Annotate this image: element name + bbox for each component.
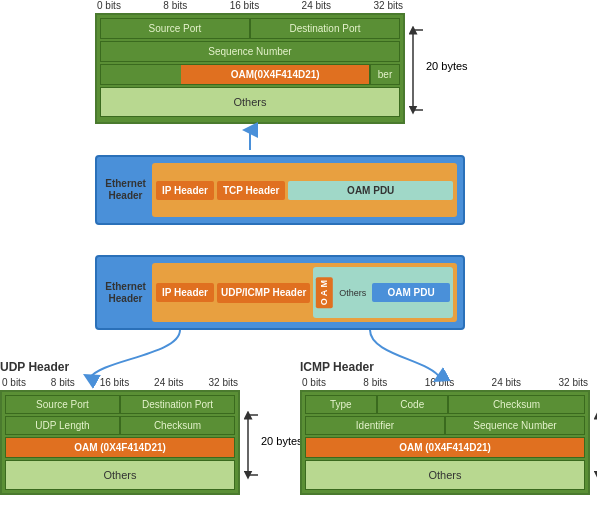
tcp-row-2: Sequence Number bbox=[100, 41, 400, 62]
bit-16: 16 bits bbox=[230, 0, 259, 11]
udp-bit-labels: 0 bits 8 bits 16 bits 24 bits 32 bits bbox=[0, 377, 240, 388]
tcp-bit-labels: 0 bits 8 bits 16 bits 24 bits 32 bits bbox=[95, 0, 405, 11]
icmp-header-section: ICMP Header 0 bits 8 bits 16 bits 24 bit… bbox=[300, 360, 590, 495]
lower-inner2: O A M Others OAM PDU bbox=[313, 267, 453, 318]
lower-oam-pdu: OAM PDU bbox=[372, 283, 450, 302]
tcp-oam-overlay: OAM(0X4F414D21) bbox=[181, 65, 369, 84]
udp-bit-0: 0 bits bbox=[2, 377, 26, 388]
icmp-header-title: ICMP Header bbox=[300, 360, 590, 374]
main-container: 0 bits 8 bits 16 bits 24 bits 32 bits So… bbox=[0, 0, 597, 524]
icmp-oam: OAM (0X4F414D21) bbox=[305, 437, 585, 458]
udp-bit-24: 24 bits bbox=[154, 377, 183, 388]
upper-eth-header: Ethernet Header bbox=[103, 178, 148, 202]
lower-eth-header: Ethernet Header bbox=[103, 281, 148, 305]
icmp-others: Others bbox=[305, 460, 585, 490]
udp-source-port: Source Port bbox=[5, 395, 120, 414]
icmp-row-1: Type Code Checksum bbox=[305, 395, 585, 414]
bit-32: 32 bits bbox=[374, 0, 403, 11]
udp-checksum: Checksum bbox=[120, 416, 235, 435]
icmp-box: Type Code Checksum Identifier Sequence N… bbox=[300, 390, 590, 495]
tcp-box: Source Port Destination Port Sequence Nu… bbox=[95, 13, 405, 124]
icmp-type: Type bbox=[305, 395, 377, 414]
udp-header-title: UDP Header bbox=[0, 360, 240, 374]
tcp-source-port: Source Port bbox=[100, 18, 250, 39]
icmp-bytes-indicator: 20 bytes bbox=[593, 410, 597, 482]
bit-8: 8 bits bbox=[163, 0, 187, 11]
bit-0: 0 bits bbox=[97, 0, 121, 11]
udp-row-1: Source Port Destination Port bbox=[5, 395, 235, 414]
udp-oam: OAM (0X4F414D21) bbox=[5, 437, 235, 458]
upper-ip-header: IP Header bbox=[156, 181, 214, 200]
udp-dest-port: Destination Port bbox=[120, 395, 235, 414]
tcp-bytes-indicator: 20 bytes bbox=[408, 25, 468, 115]
tcp-seq-number: Sequence Number bbox=[100, 41, 400, 62]
lower-udp-icmp-header: UDP/ICMP Header bbox=[217, 283, 310, 303]
lower-others-small: Others bbox=[335, 285, 370, 301]
upper-inner-packet: IP Header TCP Header OAM PDU bbox=[152, 163, 457, 217]
icmp-bit-0: 0 bits bbox=[302, 377, 326, 388]
bit-24: 24 bits bbox=[302, 0, 331, 11]
icmp-bit-labels: 0 bits 8 bits 16 bits 24 bits 32 bits bbox=[300, 377, 590, 388]
udp-bytes-indicator: 20 bytes bbox=[243, 410, 303, 482]
udp-bytes-label: 20 bytes bbox=[261, 435, 303, 447]
upper-tcp-header: TCP Header bbox=[217, 181, 286, 200]
udp-bit-8: 8 bits bbox=[51, 377, 75, 388]
tcp-header-detail: 0 bits 8 bits 16 bits 24 bits 32 bits So… bbox=[95, 0, 405, 124]
icmp-bit-24: 24 bits bbox=[492, 377, 521, 388]
udp-row-2: UDP Length Checksum bbox=[5, 416, 235, 435]
upper-packet: Ethernet Header IP Header TCP Header OAM… bbox=[95, 155, 465, 225]
tcp-ack-right: ber bbox=[370, 64, 400, 85]
tcp-ack-cell: Ack OAM(0X4F414D21) bbox=[100, 64, 370, 85]
udp-header-section: UDP Header 0 bits 8 bits 16 bits 24 bits… bbox=[0, 360, 240, 495]
udp-box: Source Port Destination Port UDP Length … bbox=[0, 390, 240, 495]
tcp-oam-text: OAM(0X4F414D21) bbox=[231, 69, 320, 80]
icmp-checksum: Checksum bbox=[448, 395, 585, 414]
icmp-identifier: Identifier bbox=[305, 416, 445, 435]
tcp-dest-port: Destination Port bbox=[250, 18, 400, 39]
tcp-others: Others bbox=[100, 87, 400, 117]
lower-oam-small: O A M bbox=[316, 277, 333, 308]
icmp-bit-32: 32 bits bbox=[559, 377, 588, 388]
udp-length: UDP Length bbox=[5, 416, 120, 435]
udp-bit-32: 32 bits bbox=[209, 377, 238, 388]
lower-ip-header: IP Header bbox=[156, 283, 214, 302]
lower-packet: Ethernet Header IP Header UDP/ICMP Heade… bbox=[95, 255, 465, 330]
upper-oam-pdu: OAM PDU bbox=[288, 181, 453, 200]
lower-inner-packet: IP Header UDP/ICMP Header O A M Others O… bbox=[152, 263, 457, 322]
icmp-bit-16: 16 bits bbox=[425, 377, 454, 388]
icmp-bytes-arrow bbox=[593, 410, 597, 480]
tcp-row-1: Source Port Destination Port bbox=[100, 18, 400, 39]
tcp-row-3: Ack OAM(0X4F414D21) ber bbox=[100, 64, 400, 85]
icmp-bit-8: 8 bits bbox=[363, 377, 387, 388]
icmp-seq-number: Sequence Number bbox=[445, 416, 585, 435]
icmp-code: Code bbox=[377, 395, 449, 414]
udp-bit-16: 16 bits bbox=[100, 377, 129, 388]
udp-others: Others bbox=[5, 460, 235, 490]
icmp-row-2: Identifier Sequence Number bbox=[305, 416, 585, 435]
tcp-bytes-label: 20 bytes bbox=[426, 60, 468, 72]
